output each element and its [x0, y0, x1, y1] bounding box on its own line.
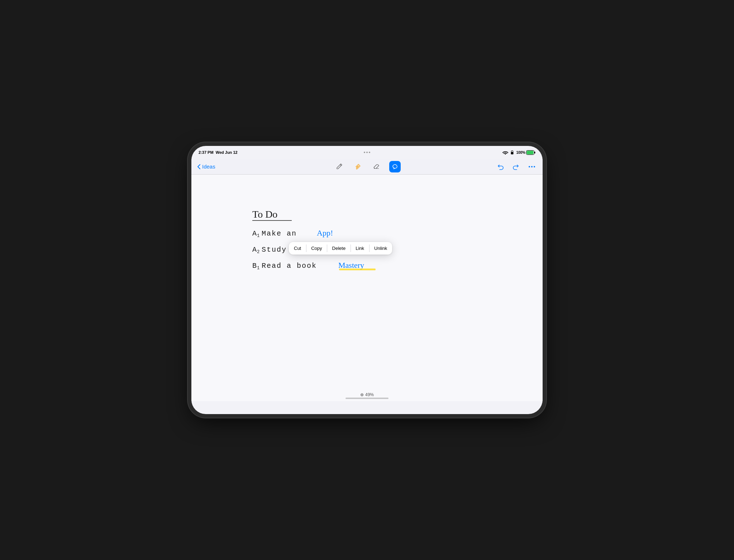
- context-menu: Cut Copy Delete Link Unlink: [289, 242, 392, 255]
- lock-icon: [510, 150, 514, 155]
- highlighter-icon: [354, 163, 361, 170]
- toolbar-right: [495, 162, 537, 172]
- status-bar: 2:37 PM Wed Jun 12 100%: [191, 146, 543, 159]
- redo-button[interactable]: [511, 162, 521, 172]
- svg-text:Mastery: Mastery: [338, 261, 364, 270]
- svg-text:A: A: [252, 246, 257, 254]
- pen-tool[interactable]: [333, 161, 345, 172]
- zoom-icon: ⊕: [360, 392, 364, 397]
- svg-text:B: B: [252, 262, 257, 270]
- back-chevron-icon: [197, 164, 201, 170]
- highlighter-tool[interactable]: [352, 161, 363, 172]
- eraser-icon: [373, 163, 380, 170]
- svg-text:Make an: Make an: [262, 229, 297, 238]
- svg-rect-3: [534, 152, 535, 153]
- toolbar-center: [333, 161, 401, 172]
- svg-text:A: A: [252, 229, 257, 238]
- svg-text:1: 1: [257, 266, 259, 271]
- svg-text:Read a book: Read a book: [262, 262, 317, 270]
- zoom-label: 49%: [365, 392, 374, 397]
- wifi-icon: [502, 150, 508, 155]
- svg-point-6: [534, 166, 535, 167]
- context-cut[interactable]: Cut: [289, 242, 306, 255]
- redo-icon: [513, 163, 520, 170]
- svg-text:2: 2: [257, 250, 259, 255]
- bottom-bar: ⊕ 49%: [191, 388, 543, 401]
- time: 2:37 PM: [199, 150, 214, 155]
- battery-icon: [526, 150, 535, 155]
- svg-text:To Do: To Do: [252, 209, 277, 220]
- battery-percent: 100%: [516, 151, 525, 155]
- device-frame: 2:37 PM Wed Jun 12 100%: [191, 146, 543, 414]
- more-button[interactable]: [527, 162, 537, 172]
- toolbar: Ideas: [191, 159, 543, 175]
- lasso-tool[interactable]: [389, 161, 401, 172]
- back-button[interactable]: Ideas: [197, 163, 215, 170]
- svg-rect-2: [527, 151, 534, 154]
- svg-point-5: [531, 166, 533, 167]
- status-time: 2:37 PM Wed Jun 12: [199, 150, 238, 155]
- zoom-indicator: ⊕ 49%: [360, 392, 374, 397]
- context-link[interactable]: Link: [351, 242, 369, 255]
- context-delete[interactable]: Delete: [327, 242, 351, 255]
- undo-icon: [497, 163, 504, 170]
- svg-rect-22: [339, 269, 376, 270]
- home-indicator: [345, 398, 389, 399]
- eraser-tool[interactable]: [371, 161, 382, 172]
- svg-rect-0: [511, 152, 514, 155]
- dot2: [366, 152, 368, 153]
- dot1: [364, 152, 365, 153]
- more-icon: [528, 166, 535, 168]
- svg-point-4: [529, 166, 530, 167]
- canvas-area[interactable]: To Do A 1 Make an App! A 2 Study for Exa…: [191, 175, 543, 401]
- undo-button[interactable]: [495, 162, 505, 172]
- pen-icon: [335, 163, 343, 170]
- status-right: 100%: [502, 150, 535, 155]
- lasso-icon: [391, 163, 399, 170]
- date: Wed Jun 12: [216, 150, 238, 155]
- status-center-dots: [364, 152, 370, 153]
- battery-indicator: 100%: [516, 150, 535, 155]
- context-copy[interactable]: Copy: [306, 242, 327, 255]
- context-unlink[interactable]: Unlink: [369, 242, 392, 255]
- svg-text:App!: App!: [317, 228, 333, 237]
- dot3: [369, 152, 370, 153]
- back-label: Ideas: [202, 163, 215, 170]
- svg-text:1: 1: [257, 233, 259, 238]
